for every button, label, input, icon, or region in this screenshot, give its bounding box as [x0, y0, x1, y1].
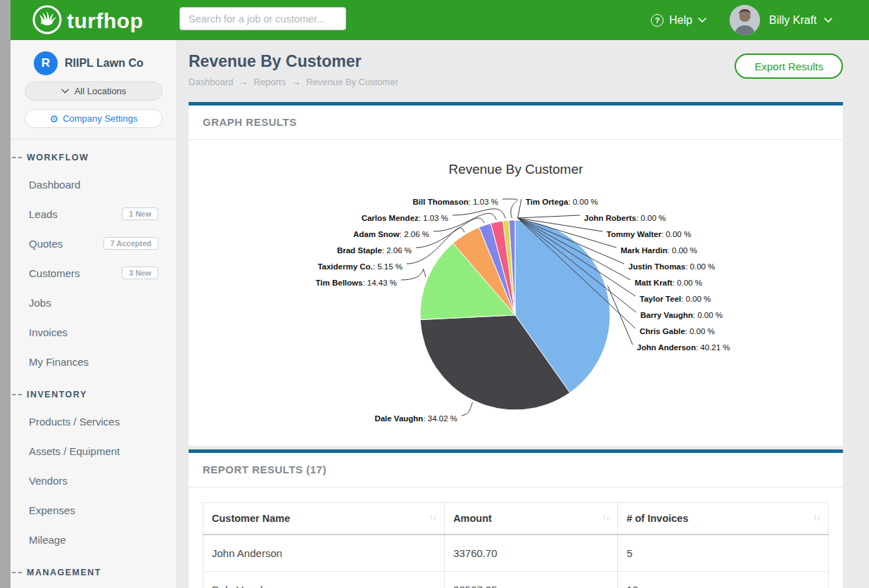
chevron-down-icon [61, 89, 69, 94]
breadcrumb-arrow-icon: → [291, 77, 300, 87]
table-cell: John Anderson [203, 535, 445, 572]
pie-label-tim-bellows: Tim Bellows: 14.43 % [316, 279, 397, 287]
leader-line [608, 286, 633, 345]
chevron-down-icon [698, 18, 706, 23]
sort-icon[interactable]: ↑↓ [602, 513, 609, 521]
table-row[interactable]: Dale Vaughn28507.3518 [203, 572, 829, 588]
sidebar: R RIIPL Lawn Co All Locations ⚙ Company … [11, 40, 177, 588]
chevron-down-icon [824, 18, 832, 23]
sidebar-badge: 1 New [122, 207, 158, 220]
sidebar-item-label: Leads [29, 208, 58, 220]
sidebar-badge: 3 New [122, 267, 158, 279]
column-header-customer-name[interactable]: Customer Name↑↓ [203, 503, 445, 535]
sidebar-item-label: Products / Services [29, 416, 120, 428]
nav-section-workflow: WORKFLOWDashboardLeads1 NewQuotes7 Accep… [11, 153, 177, 376]
location-selector[interactable]: All Locations [25, 82, 163, 101]
breadcrumb-item[interactable]: Dashboard [189, 77, 234, 87]
sidebar-item-jobs[interactable]: Jobs [11, 288, 177, 317]
search-input[interactable] [179, 7, 346, 30]
logo-text: turfhop [67, 9, 143, 33]
company-row: R RIIPL Lawn Co [34, 51, 177, 75]
column-header-amount[interactable]: Amount↑↓ [445, 503, 618, 535]
company-logo: R [34, 51, 58, 75]
sidebar-item-label: Expenses [29, 504, 75, 516]
nav-section-label: MANAGEMENT [27, 568, 177, 577]
leader-line [401, 269, 426, 280]
sidebar-item-label: Dashboard [29, 179, 80, 191]
export-results-button[interactable]: Export Results [735, 53, 843, 79]
sidebar-item-mileage[interactable]: Mileage [11, 525, 177, 554]
sidebar-item-expenses[interactable]: Expenses [11, 495, 177, 525]
table-cell: Dale Vaughn [203, 572, 445, 588]
leader-line [452, 209, 506, 219]
pie-label-john-roberts: John Roberts: 0.00 % [584, 214, 666, 222]
table-row[interactable]: John Anderson33760.705 [203, 535, 829, 572]
company-settings-label: Company Settings [63, 113, 137, 124]
table-cell: 5 [618, 535, 829, 572]
sidebar-item-dashboard[interactable]: Dashboard [11, 170, 177, 199]
pie-label-adam-snow: Adam Snow: 2.06 % [353, 230, 429, 238]
sidebar-nav: WORKFLOWDashboardLeads1 NewQuotes7 Accep… [11, 153, 177, 577]
column-header-of-invoices[interactable]: # of Invoices↑↓ [618, 503, 829, 535]
company-settings-button[interactable]: ⚙ Company Settings [25, 109, 163, 128]
nav-section-management: MANAGEMENT [11, 568, 177, 577]
pie-label-brad-staple: Brad Staple: 2.06 % [337, 246, 412, 255]
sidebar-divider [11, 139, 177, 139]
sidebar-badge: 7 Accepted [103, 237, 158, 250]
report-table-wrap: Customer Name↑↓Amount↑↓# of Invoices↑↓ J… [189, 487, 843, 588]
leader-line [518, 215, 580, 218]
user-name: Billy Kraft [769, 14, 817, 27]
pie-label-tim-ortega: Tim Ortega: 0.00 % [526, 198, 598, 206]
topbar: turfhop ? Help Billy Kraft [11, 0, 869, 40]
column-label: Amount [453, 513, 492, 524]
nav-section-label: WORKFLOW [27, 153, 177, 162]
pie-label-tommy-walter: Tommy Walter: 0.00 % [607, 230, 691, 238]
sidebar-item-label: Vendors [29, 475, 68, 487]
page-header: Revenue By Customer Dashboard→Reports→Re… [177, 40, 869, 102]
sidebar-item-products-services[interactable]: Products / Services [11, 407, 177, 436]
table-cell: 33760.70 [445, 535, 618, 572]
sidebar-item-label: My Finances [29, 356, 89, 368]
graph-results-card: GRAPH RESULTS Revenue By Customer Bill T… [189, 102, 843, 446]
sidebar-item-quotes[interactable]: Quotes7 Accepted [11, 229, 177, 258]
table-cell: 18 [618, 572, 829, 588]
sidebar-item-my-finances[interactable]: My Finances [11, 347, 177, 376]
breadcrumb-item: Revenue By Customer [306, 77, 398, 87]
pie-label-john-anderson: John Anderson: 40.21 % [637, 343, 730, 352]
help-icon: ? [651, 14, 664, 27]
sidebar-item-label: Assets / Equipment [29, 445, 120, 457]
column-label: # of Invoices [626, 513, 688, 524]
pie-chart: Revenue By Customer Bill Thomason: 1.03 … [189, 140, 843, 446]
logo[interactable]: turfhop [32, 4, 143, 38]
pie-label-bill-thomason: Bill Thomason: 1.03 % [413, 198, 498, 206]
sidebar-item-assets-equipment[interactable]: Assets / Equipment [11, 436, 177, 466]
turfhop-logo-icon [32, 4, 63, 38]
nav-section-label: INVENTORY [27, 390, 177, 400]
column-label: Customer Name [212, 513, 290, 524]
pie-label-dale-vaughn: Dale Vaughn: 34.02 % [374, 414, 457, 423]
pie-slices[interactable] [420, 220, 610, 410]
chart-title: Revenue By Customer [448, 162, 583, 177]
breadcrumb-item[interactable]: Reports [254, 77, 286, 87]
pie-label-mark-hardin: Mark Hardin: 0.00 % [621, 246, 697, 255]
sidebar-item-leads[interactable]: Leads1 New [11, 199, 177, 229]
user-avatar[interactable] [730, 5, 760, 35]
leader-line [502, 199, 517, 218]
sidebar-item-label: Quotes [29, 238, 63, 250]
leader-line [518, 199, 521, 218]
sidebar-item-vendors[interactable]: Vendors [11, 466, 177, 495]
leader-line [462, 402, 473, 416]
help-menu[interactable]: ? Help [651, 0, 706, 40]
pie-label-barry-vaughn: Barry Vaughn: 0.00 % [640, 311, 723, 319]
graph-results-heading: GRAPH RESULTS [189, 106, 843, 140]
sidebar-item-invoices[interactable]: Invoices [11, 317, 177, 347]
company-name: RIIPL Lawn Co [65, 57, 144, 70]
sidebar-item-customers[interactable]: Customers3 New [11, 258, 177, 288]
main-content: Revenue By Customer Dashboard→Reports→Re… [177, 40, 869, 588]
user-menu[interactable]: Billy Kraft [769, 0, 832, 40]
sidebar-item-label: Customers [29, 267, 80, 279]
pie-label-matt-kraft: Matt Kraft: 0.00 % [635, 279, 702, 287]
gear-icon: ⚙ [50, 114, 59, 124]
sort-icon[interactable]: ↑↓ [429, 513, 436, 521]
sort-icon[interactable]: ↑↓ [813, 513, 820, 521]
